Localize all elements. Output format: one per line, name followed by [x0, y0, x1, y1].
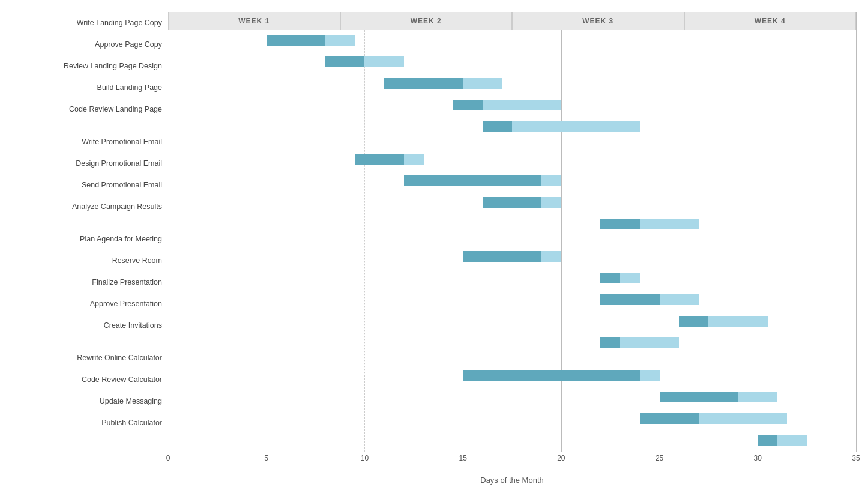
task-row-20 [168, 429, 856, 451]
task-label-11: Plan Agenda for Meeting [12, 228, 168, 250]
task-label-1: Approve Page Copy [12, 34, 168, 55]
week-label-2: WEEK 3 [512, 12, 684, 30]
bar-light-4 [512, 121, 640, 132]
bar-8 [483, 197, 561, 208]
bar-light-12 [620, 273, 640, 283]
bar-6 [355, 154, 424, 165]
task-row-4 [168, 116, 856, 138]
task-rows [168, 29, 856, 452]
task-labels: Write Landing Page CopyApprove Page Copy… [12, 12, 168, 452]
task-label-20: Publish Calculator [12, 412, 168, 434]
task-label-9: Analyze Campaign Results [12, 196, 168, 217]
bar-light-15 [620, 337, 679, 348]
bar-9 [600, 219, 699, 229]
bar-light-18 [738, 392, 777, 402]
task-row-6 [168, 148, 856, 170]
x-tick-15: 15 [459, 454, 466, 462]
task-label-18: Code Review Calculator [12, 369, 168, 390]
task-row-1 [168, 51, 856, 73]
task-row-3 [168, 94, 856, 116]
bar-3 [453, 100, 561, 110]
bar-2 [384, 78, 502, 89]
gantt-area: WEEK 1WEEK 2WEEK 3WEEK 4 [168, 12, 856, 452]
bar-light-17 [640, 370, 660, 381]
task-row-12 [168, 267, 856, 289]
bar-dark-19 [640, 413, 699, 424]
bar-light-7 [541, 175, 561, 186]
bar-light-3 [483, 100, 561, 110]
task-row-7 [168, 170, 856, 192]
bar-light-19 [699, 413, 787, 424]
week-label-3: WEEK 4 [684, 12, 857, 30]
bar-19 [640, 413, 788, 424]
bar-18 [660, 392, 777, 402]
bar-light-14 [708, 316, 767, 327]
task-label-17: Rewrite Online Calculator [12, 347, 168, 369]
bar-dark-0 [267, 35, 325, 46]
task-row-8 [168, 192, 856, 213]
bar-light-6 [404, 154, 424, 165]
task-label-12: Reserve Room [12, 250, 168, 271]
spacer-row-10 [168, 235, 856, 246]
bar-light-2 [463, 78, 502, 89]
bar-dark-18 [660, 392, 738, 402]
task-label-7: Design Promotional Email [12, 153, 168, 174]
task-label-15: Create Invitations [12, 315, 168, 336]
task-label-0: Write Landing Page Copy [12, 12, 168, 34]
bar-4 [483, 121, 640, 132]
bar-14 [679, 316, 767, 327]
bar-light-1 [364, 56, 403, 67]
task-label-14: Approve Presentation [12, 293, 168, 315]
x-tick-0: 0 [166, 454, 170, 462]
bar-dark-3 [453, 100, 483, 110]
bar-dark-12 [600, 273, 620, 283]
bar-dark-17 [463, 370, 640, 381]
bar-dark-9 [600, 219, 639, 229]
x-tick-25: 25 [656, 454, 663, 462]
bar-dark-7 [404, 175, 541, 186]
spacer-row-5 [168, 138, 856, 148]
bar-dark-2 [384, 78, 463, 89]
task-label-13: Finalize Presentation [12, 271, 168, 293]
bar-dark-1 [325, 56, 364, 67]
x-tick-5: 5 [264, 454, 268, 462]
x-tick-10: 10 [361, 454, 369, 462]
bar-light-13 [660, 294, 699, 305]
bar-light-20 [777, 435, 807, 446]
bar-light-11 [541, 251, 561, 262]
grid-line-day-35 [856, 12, 857, 452]
task-row-18 [168, 386, 856, 408]
task-label-4: Code Review Landing Page [12, 98, 168, 120]
task-row-14 [168, 310, 856, 332]
x-tick-35: 35 [852, 454, 860, 462]
bar-dark-8 [483, 197, 541, 208]
bar-light-0 [325, 35, 355, 46]
bar-11 [463, 251, 561, 262]
task-row-0 [168, 29, 856, 51]
week-label-1: WEEK 2 [340, 12, 513, 30]
x-axis: 05101520253035 [168, 454, 856, 472]
task-label-3: Build Landing Page [12, 77, 168, 98]
bar-20 [758, 435, 807, 446]
task-row-19 [168, 408, 856, 429]
bar-17 [463, 370, 659, 381]
x-tick-30: 30 [754, 454, 762, 462]
task-row-17 [168, 364, 856, 386]
task-row-2 [168, 73, 856, 94]
bar-dark-15 [600, 337, 620, 348]
task-row-9 [168, 213, 856, 235]
x-tick-20: 20 [557, 454, 565, 462]
task-row-15 [168, 332, 856, 354]
bar-12 [600, 273, 639, 283]
bar-dark-11 [463, 251, 541, 262]
bar-dark-20 [758, 435, 777, 446]
bar-dark-13 [600, 294, 659, 305]
task-label-2: Review Landing Page Design [12, 55, 168, 77]
bar-13 [600, 294, 699, 305]
bar-7 [404, 175, 561, 186]
task-label-19: Update Messaging [12, 390, 168, 412]
task-label-6: Write Promotional Email [12, 131, 168, 153]
chart-body: Write Landing Page CopyApprove Page Copy… [12, 12, 856, 452]
bar-dark-14 [679, 316, 708, 327]
bar-15 [600, 337, 679, 348]
